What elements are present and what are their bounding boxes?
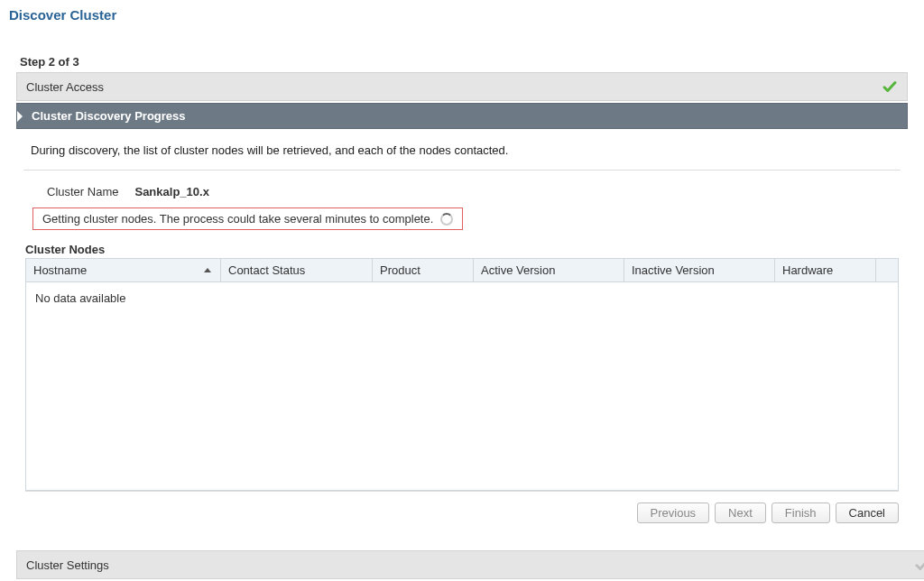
- finish-button[interactable]: Finish: [772, 503, 830, 523]
- sort-asc-icon: [204, 268, 211, 272]
- band-cluster-access-label: Cluster Access: [26, 80, 104, 94]
- previous-button[interactable]: Previous: [637, 503, 710, 523]
- col-active-version[interactable]: Active Version: [474, 259, 624, 281]
- table-body: No data available: [26, 282, 898, 490]
- col-hardware-label: Hardware: [782, 263, 833, 277]
- wizard-footer: Previous Next Finish Cancel: [25, 491, 899, 530]
- step-indicator: Step 2 of 3: [20, 55, 908, 69]
- col-contact-status[interactable]: Contact Status: [221, 259, 373, 281]
- col-inactive-version[interactable]: Inactive Version: [624, 259, 775, 281]
- status-message-box: Getting cluster nodes. The process could…: [32, 208, 463, 230]
- cluster-name-value: Sankalp_10.x: [134, 185, 208, 198]
- band-cluster-discovery-progress-label: Cluster Discovery Progress: [26, 109, 186, 123]
- status-message-text: Getting cluster nodes. The process could…: [42, 212, 433, 226]
- col-product[interactable]: Product: [373, 259, 474, 281]
- cluster-nodes-table: Hostname Contact Status Product Active V…: [25, 258, 899, 491]
- band-cluster-discovery-progress: Cluster Discovery Progress: [16, 103, 908, 129]
- cluster-name-label: Cluster Name: [47, 185, 118, 198]
- table-empty-text: No data available: [26, 282, 898, 314]
- band-cluster-settings-label: Cluster Settings: [26, 558, 109, 572]
- check-icon: [882, 78, 898, 95]
- table-title: Cluster Nodes: [25, 243, 901, 256]
- step-description: During discovery, the list of cluster no…: [23, 131, 901, 171]
- col-hostname[interactable]: Hostname: [26, 259, 221, 281]
- band-cluster-access[interactable]: Cluster Access: [16, 72, 908, 101]
- col-inactive-version-label: Inactive Version: [632, 263, 715, 277]
- col-contact-status-label: Contact Status: [228, 263, 305, 277]
- col-tail: [876, 259, 898, 281]
- table-header: Hostname Contact Status Product Active V…: [26, 259, 898, 282]
- col-active-version-label: Active Version: [481, 263, 555, 277]
- next-button[interactable]: Next: [715, 503, 766, 523]
- col-product-label: Product: [380, 263, 420, 277]
- check-icon: [914, 557, 924, 573]
- cancel-button[interactable]: Cancel: [836, 503, 899, 523]
- col-hardware[interactable]: Hardware: [775, 259, 876, 281]
- col-hostname-label: Hostname: [33, 263, 87, 277]
- page-title: Discover Cluster: [0, 0, 924, 28]
- spinner-icon: [440, 213, 453, 226]
- band-cluster-settings[interactable]: Cluster Settings: [16, 550, 924, 579]
